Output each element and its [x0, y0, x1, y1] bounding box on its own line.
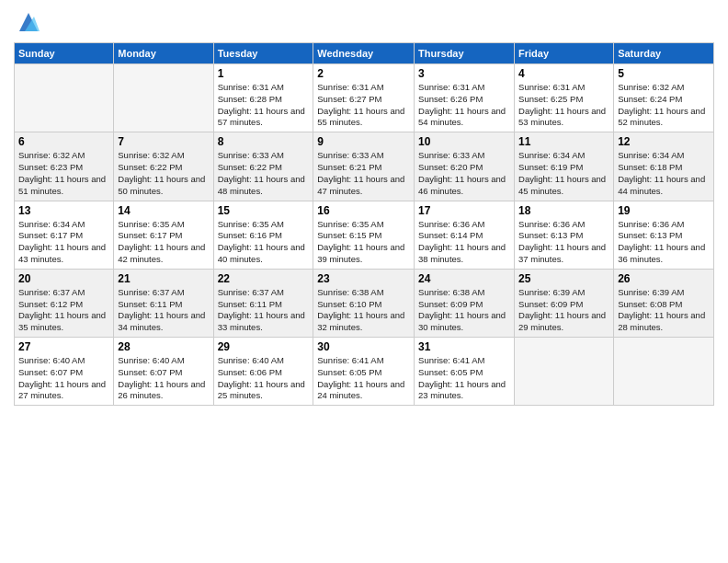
daylight: Daylight: 11 hours and 57 minutes. — [218, 106, 305, 128]
sunset: Sunset: 6:19 PM — [518, 162, 583, 172]
day-number: 1 — [218, 67, 310, 80]
sunrise: Sunrise: 6:38 AM — [418, 287, 484, 297]
daylight: Daylight: 11 hours and 42 minutes. — [118, 242, 205, 264]
day-number: 20 — [18, 272, 109, 285]
daylight: Daylight: 11 hours and 48 minutes. — [218, 174, 305, 196]
day-number: 4 — [518, 67, 609, 80]
day-number: 10 — [418, 135, 510, 148]
day-info: Sunrise: 6:40 AMSunset: 6:07 PMDaylight:… — [118, 355, 209, 402]
sunset: Sunset: 6:17 PM — [18, 230, 83, 240]
sunset: Sunset: 6:18 PM — [618, 162, 682, 172]
calendar-cell: 10Sunrise: 6:33 AMSunset: 6:20 PMDayligh… — [415, 132, 515, 201]
daylight: Daylight: 11 hours and 54 minutes. — [418, 106, 506, 128]
daylight: Daylight: 11 hours and 39 minutes. — [317, 242, 404, 264]
sunset: Sunset: 6:26 PM — [418, 94, 483, 104]
logo — [14, 9, 41, 35]
day-info: Sunrise: 6:39 AMSunset: 6:09 PMDaylight:… — [518, 287, 609, 334]
sunrise: Sunrise: 6:31 AM — [518, 82, 585, 92]
calendar-cell: 13Sunrise: 6:34 AMSunset: 6:17 PMDayligh… — [15, 201, 114, 269]
day-info: Sunrise: 6:36 AMSunset: 6:13 PMDaylight:… — [518, 219, 609, 266]
sunset: Sunset: 6:20 PM — [418, 162, 483, 172]
day-info: Sunrise: 6:31 AMSunset: 6:25 PMDaylight:… — [518, 82, 609, 129]
day-info: Sunrise: 6:36 AMSunset: 6:14 PMDaylight:… — [418, 219, 510, 266]
sunrise: Sunrise: 6:36 AM — [418, 219, 484, 229]
daylight: Daylight: 11 hours and 24 minutes. — [317, 379, 404, 401]
day-number: 21 — [118, 272, 209, 285]
day-number: 22 — [218, 272, 310, 285]
calendar-cell: 1Sunrise: 6:31 AMSunset: 6:28 PMDaylight… — [213, 64, 313, 132]
sunset: Sunset: 6:05 PM — [317, 367, 381, 377]
sunrise: Sunrise: 6:35 AM — [218, 219, 284, 229]
calendar-cell: 27Sunrise: 6:40 AMSunset: 6:07 PMDayligh… — [15, 338, 114, 406]
day-info: Sunrise: 6:31 AMSunset: 6:28 PMDaylight:… — [218, 82, 310, 129]
weekday-header-tuesday: Tuesday — [213, 43, 313, 64]
sunset: Sunset: 6:07 PM — [18, 367, 83, 377]
calendar-cell: 16Sunrise: 6:35 AMSunset: 6:15 PMDayligh… — [313, 201, 415, 269]
weekday-header-sunday: Sunday — [15, 43, 114, 64]
day-number: 26 — [618, 272, 710, 285]
calendar-cell: 17Sunrise: 6:36 AMSunset: 6:14 PMDayligh… — [415, 201, 515, 269]
day-info: Sunrise: 6:38 AMSunset: 6:09 PMDaylight:… — [418, 287, 510, 334]
sunset: Sunset: 6:11 PM — [218, 299, 282, 309]
day-number: 16 — [317, 204, 410, 217]
day-number: 30 — [317, 340, 410, 353]
day-number: 19 — [618, 204, 710, 217]
daylight: Daylight: 11 hours and 26 minutes. — [118, 379, 205, 401]
day-number: 3 — [418, 67, 510, 80]
day-info: Sunrise: 6:35 AMSunset: 6:17 PMDaylight:… — [118, 219, 209, 266]
daylight: Daylight: 11 hours and 52 minutes. — [618, 106, 705, 128]
daylight: Daylight: 11 hours and 36 minutes. — [618, 242, 705, 264]
sunset: Sunset: 6:13 PM — [518, 230, 583, 240]
calendar-cell: 30Sunrise: 6:41 AMSunset: 6:05 PMDayligh… — [313, 338, 415, 406]
sunset: Sunset: 6:13 PM — [618, 230, 682, 240]
day-number: 29 — [218, 340, 310, 353]
day-number: 15 — [218, 204, 310, 217]
day-info: Sunrise: 6:34 AMSunset: 6:17 PMDaylight:… — [18, 219, 109, 266]
daylight: Daylight: 11 hours and 43 minutes. — [18, 242, 106, 264]
calendar-cell: 3Sunrise: 6:31 AMSunset: 6:26 PMDaylight… — [415, 64, 515, 132]
calendar-cell — [515, 338, 614, 406]
daylight: Daylight: 11 hours and 34 minutes. — [118, 310, 205, 332]
day-number: 6 — [18, 135, 109, 148]
sunset: Sunset: 6:23 PM — [18, 162, 83, 172]
sunrise: Sunrise: 6:39 AM — [618, 287, 684, 297]
calendar-cell: 19Sunrise: 6:36 AMSunset: 6:13 PMDayligh… — [614, 201, 714, 269]
day-number: 27 — [18, 340, 109, 353]
day-info: Sunrise: 6:31 AMSunset: 6:26 PMDaylight:… — [418, 82, 510, 129]
calendar-cell: 24Sunrise: 6:38 AMSunset: 6:09 PMDayligh… — [415, 269, 515, 337]
sunset: Sunset: 6:22 PM — [218, 162, 282, 172]
day-info: Sunrise: 6:33 AMSunset: 6:20 PMDaylight:… — [418, 150, 510, 197]
daylight: Daylight: 11 hours and 46 minutes. — [418, 174, 506, 196]
day-number: 14 — [118, 204, 209, 217]
daylight: Daylight: 11 hours and 50 minutes. — [118, 174, 205, 196]
sunset: Sunset: 6:12 PM — [18, 299, 83, 309]
sunset: Sunset: 6:09 PM — [418, 299, 483, 309]
daylight: Daylight: 11 hours and 27 minutes. — [18, 379, 106, 401]
daylight: Daylight: 11 hours and 25 minutes. — [218, 379, 305, 401]
day-info: Sunrise: 6:37 AMSunset: 6:11 PMDaylight:… — [218, 287, 310, 334]
calendar-cell: 18Sunrise: 6:36 AMSunset: 6:13 PMDayligh… — [515, 201, 614, 269]
sunrise: Sunrise: 6:37 AM — [18, 287, 85, 297]
week-row-3: 13Sunrise: 6:34 AMSunset: 6:17 PMDayligh… — [15, 201, 714, 269]
calendar-cell: 23Sunrise: 6:38 AMSunset: 6:10 PMDayligh… — [313, 269, 415, 337]
sunrise: Sunrise: 6:36 AM — [518, 219, 585, 229]
sunrise: Sunrise: 6:38 AM — [317, 287, 383, 297]
weekday-header-row: SundayMondayTuesdayWednesdayThursdayFrid… — [15, 43, 714, 64]
sunrise: Sunrise: 6:37 AM — [118, 287, 184, 297]
sunrise: Sunrise: 6:35 AM — [317, 219, 383, 229]
sunrise: Sunrise: 6:34 AM — [18, 219, 85, 229]
calendar-cell: 20Sunrise: 6:37 AMSunset: 6:12 PMDayligh… — [15, 269, 114, 337]
week-row-4: 20Sunrise: 6:37 AMSunset: 6:12 PMDayligh… — [15, 269, 714, 337]
weekday-header-wednesday: Wednesday — [313, 43, 415, 64]
calendar-cell: 11Sunrise: 6:34 AMSunset: 6:19 PMDayligh… — [515, 132, 614, 201]
sunrise: Sunrise: 6:31 AM — [317, 82, 383, 92]
sunrise: Sunrise: 6:33 AM — [317, 150, 383, 160]
calendar-cell: 9Sunrise: 6:33 AMSunset: 6:21 PMDaylight… — [313, 132, 415, 201]
weekday-header-monday: Monday — [114, 43, 213, 64]
calendar-cell — [114, 64, 213, 132]
sunset: Sunset: 6:27 PM — [317, 94, 381, 104]
day-number: 23 — [317, 272, 410, 285]
calendar-cell: 15Sunrise: 6:35 AMSunset: 6:16 PMDayligh… — [213, 201, 313, 269]
day-info: Sunrise: 6:32 AMSunset: 6:23 PMDaylight:… — [18, 150, 109, 197]
day-number: 2 — [317, 67, 410, 80]
